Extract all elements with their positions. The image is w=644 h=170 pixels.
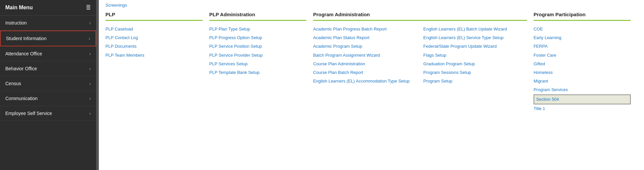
program-participation-link[interactable]: Migrant	[534, 77, 631, 85]
program-participation-link[interactable]: Program Services	[534, 85, 631, 94]
plp-admin-link[interactable]: PLP Progress Option Setup	[209, 33, 306, 42]
program-admin-link[interactable]: English Learners (EL) Accommodation Type…	[313, 77, 417, 85]
chevron-icon: ›	[89, 111, 91, 116]
sidebar-item-label: Student Information	[6, 36, 46, 41]
plp-admin-column: PLP Administration PLP Plan Type SetupPL…	[209, 12, 313, 113]
plp-header: PLP	[105, 12, 203, 21]
program-participation-header: Program Participation	[534, 12, 631, 21]
plp-admin-link[interactable]: PLP Services Setup	[209, 60, 306, 68]
plp-admin-link[interactable]: PLP Template Bank Setup	[209, 68, 306, 77]
program-admin-link[interactable]: Academic Plan Progress Batch Report	[313, 25, 417, 33]
columns-container: PLP PLP CaseloadPLP Contact LogPLP Docum…	[105, 12, 637, 113]
screenings-link[interactable]: Screenings	[105, 0, 637, 12]
plp-admin-link[interactable]: PLP Service Position Setup	[209, 42, 306, 51]
program-participation-link[interactable]: Gifted	[534, 60, 631, 68]
program-admin-right-link[interactable]: English Learners (EL) Batch Update Wizar…	[423, 25, 527, 33]
sidebar-item-label: Instruction	[5, 20, 27, 26]
scrollbar[interactable]	[96, 0, 99, 170]
sidebar-item-label: Census	[5, 81, 21, 86]
plp-admin-link[interactable]: PLP Plan Type Setup	[209, 25, 306, 33]
program-participation-column: Program Participation COEEarly LearningF…	[534, 12, 637, 113]
program-admin-column: Program Administration Academic Plan Pro…	[313, 12, 534, 113]
sidebar-item-student-information[interactable]: Student Information›	[0, 30, 96, 46]
program-admin-left: Academic Plan Progress Batch ReportAcade…	[313, 25, 417, 85]
sidebar-header: Main Menu ≣	[0, 0, 96, 16]
plp-column: PLP PLP CaseloadPLP Contact LogPLP Docum…	[105, 12, 209, 113]
program-admin-right-link[interactable]: Program Sessions Setup	[423, 68, 527, 77]
program-admin-link[interactable]: Course Plan Batch Report	[313, 68, 417, 77]
chevron-icon: ›	[89, 81, 91, 86]
sidebar-item-census[interactable]: Census›	[0, 76, 96, 91]
program-admin-link[interactable]: Academic Program Setup	[313, 42, 417, 51]
sidebar-item-label: Employee Self Service	[5, 111, 52, 116]
plp-admin-link[interactable]: PLP Service Provider Setup	[209, 51, 306, 60]
sidebar-item-employee-self-service[interactable]: Employee Self Service›	[0, 106, 96, 121]
chevron-icon: ›	[89, 66, 91, 71]
program-admin-link[interactable]: Batch Program Assignment Wizard	[313, 51, 417, 60]
program-admin-header: Program Administration	[313, 12, 527, 21]
plp-link[interactable]: PLP Contact Log	[105, 33, 203, 42]
chevron-icon: ›	[89, 51, 91, 56]
main-content: Screenings PLP PLP CaseloadPLP Contact L…	[99, 0, 644, 170]
plp-link[interactable]: PLP Documents	[105, 42, 203, 51]
program-participation-link[interactable]: Title 1	[534, 104, 631, 113]
program-admin-right: English Learners (EL) Batch Update Wizar…	[423, 25, 527, 85]
program-admin-right-link[interactable]: English Learners (EL) Service Type Setup	[423, 33, 527, 42]
plp-admin-header: PLP Administration	[209, 12, 306, 21]
program-admin-link[interactable]: Course Plan Administration	[313, 60, 417, 68]
program-participation-link[interactable]: COE	[534, 25, 631, 33]
program-admin-right-link[interactable]: Flags Setup	[423, 51, 527, 60]
main-menu-title: Main Menu	[5, 5, 33, 11]
sidebar-item-instruction[interactable]: Instruction›	[0, 16, 96, 30]
chevron-icon: ›	[89, 96, 91, 101]
menu-icon[interactable]: ≣	[86, 4, 91, 11]
program-participation-link[interactable]: Early Learning	[534, 33, 631, 42]
sidebar-item-attendance-office[interactable]: Attendance Office›	[0, 46, 96, 61]
section-504-link[interactable]: Section 504	[534, 94, 631, 104]
sidebar-item-communication[interactable]: Communication›	[0, 91, 96, 106]
program-participation-link[interactable]: FERPA	[534, 42, 631, 51]
chevron-icon: ›	[89, 20, 91, 26]
sidebar: Main Menu ≣ Instruction›Student Informat…	[0, 0, 96, 170]
plp-link[interactable]: PLP Caseload	[105, 25, 203, 33]
program-admin-right-link[interactable]: Graduation Program Setup	[423, 60, 527, 68]
sidebar-item-behavior-office[interactable]: Behavior Office›	[0, 61, 96, 76]
plp-link[interactable]: PLP Team Members	[105, 51, 203, 60]
program-participation-link[interactable]: Homeless	[534, 68, 631, 77]
program-admin-link[interactable]: Academic Plan Status Report	[313, 33, 417, 42]
chevron-icon: ›	[89, 36, 90, 41]
sidebar-item-label: Communication	[5, 96, 37, 101]
sidebar-item-label: Attendance Office	[5, 51, 42, 56]
program-participation-link[interactable]: Foster Care	[534, 51, 631, 60]
sidebar-item-label: Behavior Office	[5, 66, 37, 71]
program-admin-right-link[interactable]: Program Setup	[423, 77, 527, 85]
program-admin-right-link[interactable]: Federal/State Program Update Wizard	[423, 42, 527, 51]
